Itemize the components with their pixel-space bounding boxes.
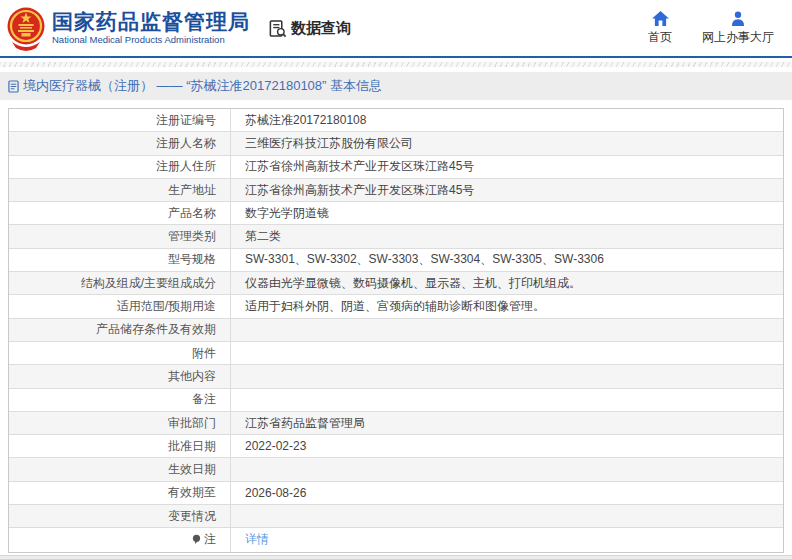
data-query-section[interactable]: 数据查询 — [268, 19, 351, 38]
row-value-text: 数字光学阴道镜 — [245, 205, 329, 222]
row-label-text: 生产地址 — [168, 182, 216, 199]
row-value-text: 第二类 — [245, 228, 281, 245]
row-value-text: 三维医疗科技江苏股份有限公司 — [245, 135, 413, 152]
row-label: 生产地址 — [9, 179, 231, 201]
nav-home-label: 首页 — [648, 29, 672, 46]
table-row: 有效期至2026-08-26 — [9, 482, 783, 505]
table-row: 结构及组成/主要组成成分仪器由光学显微镜、数码摄像机、显示器、主机、打印机组成。 — [9, 272, 783, 295]
row-label: 其他内容 — [9, 365, 231, 387]
row-label: 适用范围/预期用途 — [9, 295, 231, 317]
row-label: 注 — [9, 528, 231, 551]
row-label-text: 适用范围/预期用途 — [117, 298, 216, 315]
row-value — [231, 365, 783, 387]
home-icon — [652, 11, 669, 26]
row-value-text: SW-3301、SW-3302、SW-3303、SW-3304、SW-3305、… — [245, 251, 604, 268]
row-value — [231, 342, 783, 364]
row-label: 审批部门 — [9, 412, 231, 434]
note-icon — [192, 534, 201, 545]
row-label-text: 管理类别 — [168, 228, 216, 245]
row-value: 江苏省药品监督管理局 — [231, 412, 783, 434]
row-label-text: 结构及组成/主要组成成分 — [81, 275, 216, 292]
table-row: 适用范围/预期用途适用于妇科外阴、阴道、宫颈病的辅助诊断和图像管理。 — [9, 295, 783, 318]
row-label: 管理类别 — [9, 225, 231, 247]
table-row: 生效日期 — [9, 458, 783, 481]
table-row: 变更情况 — [9, 505, 783, 528]
table-row: 备注 — [9, 389, 783, 412]
row-label-text: 生效日期 — [168, 461, 216, 478]
detail-table-body: 注册证编号苏械注准20172180108注册人名称三维医疗科技江苏股份有限公司注… — [9, 109, 783, 552]
row-label-text: 其他内容 — [168, 368, 216, 385]
agency-title-block: 国家药品监督管理局 National Medical Products Admi… — [52, 10, 250, 46]
row-value-text: 江苏省药品监督管理局 — [245, 415, 365, 432]
detail-link[interactable]: 详情 — [245, 531, 269, 548]
site-header: 国家药品监督管理局 National Medical Products Admi… — [0, 0, 792, 56]
nav-home[interactable]: 首页 — [648, 11, 672, 46]
national-emblem-logo — [6, 6, 46, 52]
table-row: 注册人住所江苏省徐州高新技术产业开发区珠江路45号 — [9, 156, 783, 179]
row-label: 备注 — [9, 389, 231, 411]
nav-service-hall[interactable]: 网上办事大厅 — [702, 11, 774, 46]
row-label-text: 备注 — [192, 391, 216, 408]
table-row: 型号规格SW-3301、SW-3302、SW-3303、SW-3304、SW-3… — [9, 249, 783, 272]
row-value: 第二类 — [231, 225, 783, 247]
row-value: 江苏省徐州高新技术产业开发区珠江路45号 — [231, 156, 783, 178]
row-label: 型号规格 — [9, 249, 231, 271]
row-value: 2026-08-26 — [231, 482, 783, 504]
row-label: 生效日期 — [9, 458, 231, 480]
table-row: 产品名称数字光学阴道镜 — [9, 202, 783, 225]
top-nav: 首页 网上办事大厅 — [648, 11, 774, 46]
row-value: 三维医疗科技江苏股份有限公司 — [231, 132, 783, 154]
table-row: 审批部门江苏省药品监督管理局 — [9, 412, 783, 435]
document-search-icon — [268, 19, 287, 38]
row-label-text: 产品储存条件及有效期 — [96, 321, 216, 338]
row-label-text: 注册人住所 — [156, 158, 216, 175]
row-label-text: 注册证编号 — [156, 112, 216, 129]
table-row: 注册人名称三维医疗科技江苏股份有限公司 — [9, 132, 783, 155]
row-label-text: 变更情况 — [168, 508, 216, 525]
row-value-text: 江苏省徐州高新技术产业开发区珠江路45号 — [245, 158, 474, 175]
row-value: 数字光学阴道镜 — [231, 202, 783, 224]
footer-strip — [0, 555, 792, 559]
row-value-text: 适用于妇科外阴、阴道、宫颈病的辅助诊断和图像管理。 — [245, 298, 545, 315]
row-label: 有效期至 — [9, 482, 231, 504]
table-row: 注详情 — [9, 528, 783, 551]
row-value-text: 仪器由光学显微镜、数码摄像机、显示器、主机、打印机组成。 — [245, 275, 581, 292]
row-label-text: 注册人名称 — [156, 135, 216, 152]
row-label: 附件 — [9, 342, 231, 364]
row-label: 变更情况 — [9, 505, 231, 527]
row-label: 结构及组成/主要组成成分 — [9, 272, 231, 294]
row-value: 江苏省徐州高新技术产业开发区珠江路45号 — [231, 179, 783, 201]
row-label-text: 审批部门 — [168, 415, 216, 432]
row-label: 产品名称 — [9, 202, 231, 224]
row-value-text: 江苏省徐州高新技术产业开发区珠江路45号 — [245, 182, 474, 199]
row-value-text: 2022-02-23 — [245, 439, 306, 453]
row-value — [231, 505, 783, 527]
row-label-text: 有效期至 — [168, 484, 216, 501]
table-row: 批准日期2022-02-23 — [9, 435, 783, 458]
table-row: 管理类别第二类 — [9, 225, 783, 248]
document-icon — [8, 80, 19, 93]
table-row: 产品储存条件及有效期 — [9, 319, 783, 342]
nav-service-hall-label: 网上办事大厅 — [702, 29, 774, 46]
agency-subtitle: National Medical Products Administration — [52, 35, 250, 45]
row-label: 批准日期 — [9, 435, 231, 457]
row-label: 产品储存条件及有效期 — [9, 319, 231, 341]
person-icon — [730, 11, 746, 26]
row-value-text: 2026-08-26 — [245, 486, 306, 500]
row-value — [231, 389, 783, 411]
row-label: 注册人名称 — [9, 132, 231, 154]
row-value: SW-3301、SW-3302、SW-3303、SW-3304、SW-3305、… — [231, 249, 783, 271]
breadcrumb-text: 境内医疗器械（注册） —— “苏械注准20172180108” 基本信息 — [23, 77, 382, 95]
row-label-text: 型号规格 — [168, 251, 216, 268]
breadcrumb: 境内医疗器械（注册） —— “苏械注准20172180108” 基本信息 — [0, 72, 792, 100]
row-value: 2022-02-23 — [231, 435, 783, 457]
data-query-label: 数据查询 — [291, 19, 351, 38]
agency-title: 国家药品监督管理局 — [52, 10, 250, 33]
table-row: 其他内容 — [9, 365, 783, 388]
row-label: 注册人住所 — [9, 156, 231, 178]
row-label-text: 产品名称 — [168, 205, 216, 222]
row-label-text: 批准日期 — [168, 438, 216, 455]
row-value — [231, 319, 783, 341]
table-row: 注册证编号苏械注准20172180108 — [9, 109, 783, 132]
table-row: 生产地址江苏省徐州高新技术产业开发区珠江路45号 — [9, 179, 783, 202]
